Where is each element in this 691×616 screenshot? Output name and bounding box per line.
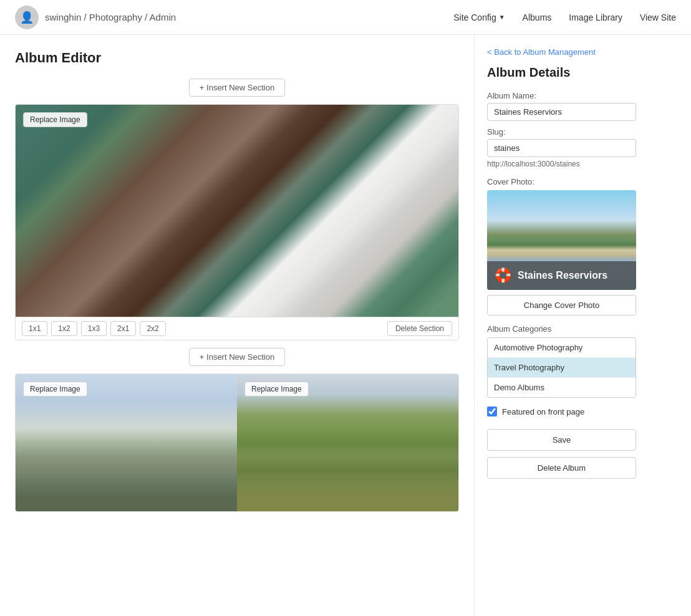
featured-row: Featured on front page bbox=[487, 407, 636, 416]
replace-image-button-2-2[interactable]: Replace Image bbox=[244, 382, 309, 397]
layout-1x3-button[interactable]: 1x3 bbox=[81, 321, 107, 336]
replace-image-button-1-1[interactable]: Replace Image bbox=[23, 112, 87, 127]
album-name-label: Album Name: bbox=[487, 91, 636, 100]
album-categories-list: Automotive Photography Travel Photograph… bbox=[487, 337, 636, 398]
site-config-menu[interactable]: Site Config ▼ bbox=[453, 12, 505, 22]
details-title: Album Details bbox=[487, 65, 636, 80]
cover-photo-container: 🛟 Staines Reserviors bbox=[487, 190, 636, 290]
cover-overlay-album-name: Staines Reserviors bbox=[518, 270, 607, 281]
category-item-travel[interactable]: Travel Photography bbox=[488, 358, 635, 378]
slug-label: Slug: bbox=[487, 127, 636, 137]
details-panel: < Back to Album Management Album Details… bbox=[474, 35, 649, 616]
header: 👤 swinghin / Photography / Admin Site Co… bbox=[0, 0, 691, 35]
layout-2x2-button[interactable]: 2x2 bbox=[140, 321, 165, 336]
cover-photo-overlay: 🛟 Staines Reserviors bbox=[487, 261, 636, 290]
insert-section-button-middle[interactable]: + Insert New Section bbox=[189, 348, 285, 366]
insert-section-bar-middle: + Insert New Section bbox=[15, 348, 459, 366]
layout-1x2-button[interactable]: 1x2 bbox=[51, 321, 77, 336]
featured-checkbox[interactable] bbox=[487, 407, 497, 416]
section-toolbar-1: 1x1 1x2 1x3 2x1 2x2 Delete Section bbox=[16, 317, 458, 340]
breadcrumb: swinghin / Photography / Admin bbox=[45, 12, 176, 22]
insert-section-bar-top: + Insert New Section bbox=[15, 79, 459, 97]
album-categories-label: Album Categories bbox=[487, 324, 636, 334]
category-item-automotive[interactable]: Automotive Photography bbox=[488, 338, 635, 358]
dropdown-arrow-icon: ▼ bbox=[499, 14, 505, 21]
slug-url: http://localhost:3000/staines bbox=[487, 160, 636, 168]
main-layout: Album Editor + Insert New Section Replac… bbox=[0, 35, 691, 616]
cover-photo-label: Cover Photo: bbox=[487, 177, 636, 186]
save-button[interactable]: Save bbox=[487, 429, 636, 451]
image-slot-1-1: Replace Image bbox=[16, 105, 458, 317]
editor-panel: Album Editor + Insert New Section Replac… bbox=[0, 35, 474, 616]
albums-link[interactable]: Albums bbox=[523, 12, 552, 22]
cliff-image bbox=[16, 105, 458, 317]
category-item-demo[interactable]: Demo Albums bbox=[488, 378, 635, 397]
header-left: 👤 swinghin / Photography / Admin bbox=[15, 6, 176, 29]
delete-section-button-1[interactable]: Delete Section bbox=[387, 321, 452, 336]
album-name-input[interactable] bbox=[487, 103, 636, 121]
insert-section-button-top[interactable]: + Insert New Section bbox=[189, 79, 285, 97]
image-slot-2-1: Replace Image bbox=[16, 374, 237, 511]
change-cover-photo-button[interactable]: Change Cover Photo bbox=[487, 295, 636, 315]
view-site-link[interactable]: View Site bbox=[640, 12, 676, 22]
layout-2x1-button[interactable]: 2x1 bbox=[110, 321, 136, 336]
section-block-2: Replace Image Replace Image bbox=[15, 373, 459, 512]
site-config-label: Site Config bbox=[453, 12, 496, 22]
lifebuoy-icon: 🛟 bbox=[495, 267, 511, 284]
replace-image-button-2-1[interactable]: Replace Image bbox=[23, 382, 87, 397]
featured-label[interactable]: Featured on front page bbox=[502, 407, 584, 416]
avatar: 👤 bbox=[15, 6, 39, 29]
layout-1x1-button[interactable]: 1x1 bbox=[22, 321, 47, 336]
slug-input[interactable] bbox=[487, 139, 636, 157]
image-library-link[interactable]: Image Library bbox=[569, 12, 622, 22]
section-block-1: Replace Image 1x1 1x2 1x3 2x1 2x2 Delete… bbox=[15, 104, 459, 340]
image-slot-2-2: Replace Image bbox=[237, 374, 458, 511]
delete-album-button[interactable]: Delete Album bbox=[487, 457, 636, 479]
header-nav: Site Config ▼ Albums Image Library View … bbox=[453, 12, 676, 22]
section-images-1: Replace Image bbox=[16, 105, 458, 317]
editor-title: Album Editor bbox=[15, 50, 459, 66]
back-to-album-management-link[interactable]: < Back to Album Management bbox=[487, 47, 636, 57]
section-images-2: Replace Image Replace Image bbox=[16, 374, 458, 511]
